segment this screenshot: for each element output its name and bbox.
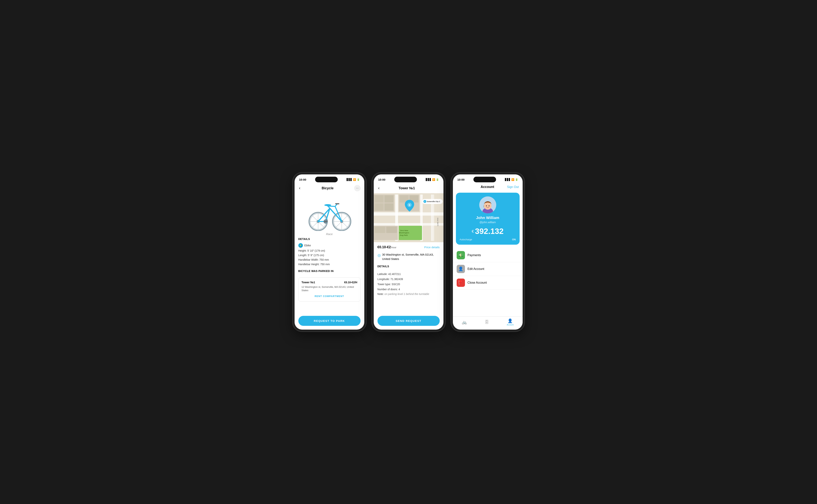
- note-value: on parking level 1 behind the turntable: [384, 292, 429, 296]
- map-svg: Zero New Washington Dog Park S Somervill…: [374, 193, 444, 242]
- back-button-2[interactable]: ‹: [377, 185, 380, 191]
- address-text: 30 Washington st, Somerville, MA 02143, …: [382, 253, 440, 261]
- signal-icon: ▋▋▋: [346, 178, 352, 181]
- nav-bar-3: Account Sign Out: [453, 183, 523, 191]
- dynamic-island-2: [394, 177, 417, 182]
- edit-account-menu-item[interactable]: 👤 Edit Account: [453, 262, 523, 276]
- wifi-icon: 🛜: [353, 178, 356, 181]
- tower-address: 12 Washington st, Somerville, MA 02143, …: [301, 285, 357, 292]
- dynamic-island-1: [315, 177, 338, 182]
- price-section: €0.10-€2/hour Price details: [374, 242, 444, 253]
- page-title-1: Bicycle: [322, 186, 333, 190]
- request-to-park-button[interactable]: REQUEST TO PARK: [298, 316, 360, 326]
- status-bar-3: 10:00 ▋▋▋ 🛜 🔋: [453, 174, 523, 183]
- status-time-2: 10:00: [378, 178, 385, 181]
- status-time-1: 10:00: [299, 178, 306, 181]
- svg-line-22: [335, 204, 337, 206]
- ebike-item: ⚡ Ebike: [294, 242, 364, 248]
- svg-point-62: [489, 205, 490, 206]
- wifi-icon-2: 🛜: [432, 178, 435, 181]
- tab-bar: 🚲 🗄 👤 Account: [453, 316, 523, 330]
- phone-tower: 10:00 ▋▋▋ 🛜 🔋 ‹ Tower №1: [372, 173, 445, 331]
- balance-amount: 392.132: [475, 227, 504, 236]
- battery-icon: 🔋: [357, 178, 360, 181]
- battery-icon-2: 🔋: [436, 178, 439, 181]
- svg-text:Dog Park: Dog Park: [400, 234, 407, 236]
- battery-icon-3: 🔋: [515, 178, 518, 181]
- close-account-icon: 🚩: [457, 279, 465, 287]
- note-row: Note: on parking level 1 behind the turn…: [377, 292, 440, 296]
- status-icons-1: ▋▋▋ 🛜 🔋: [346, 178, 360, 181]
- doors-row: Number of doors: 4: [377, 287, 440, 292]
- autocharge-value: ON: [512, 238, 516, 241]
- account-name: John William: [460, 216, 516, 220]
- tab-compartment[interactable]: 🗄: [485, 320, 489, 325]
- sign-out-button[interactable]: Sign Out: [507, 185, 519, 189]
- menu-list: 💵 Payments 👤 Edit Account 🚩: [453, 247, 523, 292]
- svg-rect-39: [384, 203, 393, 211]
- svg-rect-49: [386, 227, 397, 233]
- screen-content-3: John William @john.william € 392.132 Aut…: [453, 191, 523, 316]
- currency-symbol: €: [472, 229, 474, 234]
- handlebar-width-item: Handlebar Width: 750 mm: [294, 257, 364, 262]
- close-account-menu-item[interactable]: 🚩 Close Account: [453, 276, 523, 290]
- details-section-title: DETAILS: [294, 237, 364, 242]
- note-label: Note:: [377, 292, 384, 296]
- autocharge-row: Autocharge ON: [460, 238, 516, 241]
- screen-content-1: Race DETAILS ⚡ Ebike Height: 5' 10" (179…: [294, 193, 364, 314]
- length-item: Length: 5' 9" (175 cm): [294, 253, 364, 257]
- tab-bicycle[interactable]: 🚲: [462, 320, 467, 325]
- parked-in-title: BICYCLE WAS PARKED IN: [294, 270, 364, 274]
- status-time-3: 10:00: [458, 178, 465, 181]
- back-button-1[interactable]: ‹: [298, 185, 301, 191]
- payments-menu-item[interactable]: 💵 Payments: [453, 248, 523, 262]
- flag-icon: 🚩: [458, 280, 463, 285]
- account-tab-label: Account: [507, 324, 514, 326]
- avatar: [479, 196, 496, 213]
- svg-text:Zero New: Zero New: [400, 229, 408, 231]
- wifi-icon-3: 🛜: [511, 178, 514, 181]
- map-view: Zero New Washington Dog Park S Somervill…: [374, 193, 444, 242]
- dynamic-island-3: [474, 177, 496, 182]
- svg-text:$: $: [409, 204, 410, 206]
- tower-card: Tower №1 €0.10-€2/H 12 Washington st, So…: [298, 277, 360, 302]
- page-title-2: Tower №1: [398, 186, 415, 190]
- ebike-icon: ⚡: [298, 243, 303, 248]
- phone-bicycle: 10:00 ▋▋▋ 🛜 🔋 ‹ Bicycle ···: [293, 173, 366, 331]
- lightning-icon: ⚡: [299, 244, 302, 247]
- longitude-row: Longitude: 71.382439: [377, 277, 440, 282]
- status-bar-1: 10:00 ▋▋▋ 🛜 🔋: [294, 174, 364, 183]
- bike-type-label: Race: [326, 232, 333, 236]
- handlebar-width-value: Handlebar Width: 750 mm: [298, 258, 329, 261]
- tab-account[interactable]: 👤 Account: [507, 318, 514, 326]
- svg-rect-38: [374, 203, 383, 211]
- price-display: €0.10-€2/hour: [377, 245, 396, 249]
- rent-compartment-button[interactable]: RENT COMPARTMENT: [301, 292, 357, 298]
- edit-account-label: Edit Account: [468, 267, 484, 271]
- more-button-1[interactable]: ···: [354, 185, 360, 191]
- price-unit: /hour: [391, 246, 396, 249]
- payments-label: Payments: [468, 254, 481, 257]
- details-title-2: DETAILS: [374, 263, 444, 270]
- status-icons-3: ▋▋▋ 🛜 🔋: [505, 178, 518, 181]
- svg-rect-37: [384, 195, 393, 202]
- signal-icon-3: ▋▋▋: [505, 178, 511, 181]
- nav-bar-1: ‹ Bicycle ···: [294, 183, 364, 193]
- phone-account: 10:00 ▋▋▋ 🛜 🔋 Account Sign Out: [451, 173, 525, 331]
- balance-row: € 392.132: [460, 227, 516, 236]
- svg-rect-36: [374, 195, 383, 202]
- price-row: €0.10-€2/hour Price details: [377, 245, 440, 249]
- tower-type-row: Tower type: SSC20: [377, 282, 440, 287]
- svg-line-15: [330, 208, 342, 221]
- nav-bar-2: ‹ Tower №1: [374, 183, 444, 193]
- status-icons-2: ▋▋▋ 🛜 🔋: [426, 178, 439, 181]
- edit-account-icon: 👤: [457, 265, 465, 273]
- signal-icon-2: ▋▋▋: [426, 178, 432, 181]
- bike-image: [306, 197, 353, 231]
- svg-text:Inner Belt R: Inner Belt R: [437, 218, 439, 226]
- height-item: Height: 5' 10" (179 cm): [294, 248, 364, 253]
- height-value: Height: 5' 10" (179 cm): [298, 249, 325, 252]
- svg-point-61: [486, 205, 487, 206]
- price-details-link[interactable]: Price details: [424, 246, 440, 249]
- send-request-button[interactable]: SEND REQUEST: [377, 316, 440, 326]
